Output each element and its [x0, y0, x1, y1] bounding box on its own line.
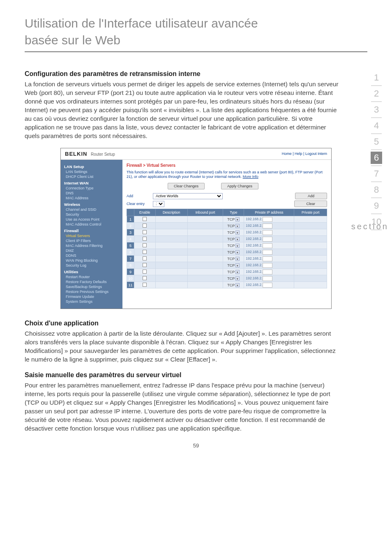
section-nav-2[interactable]: 2	[368, 88, 385, 99]
enable-checkbox[interactable]	[143, 270, 147, 274]
section-nav-4[interactable]: 4	[368, 120, 385, 131]
apply-changes-button[interactable]: Apply Changes	[221, 183, 258, 189]
sidebar-item[interactable]: Channel and SSID	[66, 207, 119, 212]
private-port-input[interactable]	[294, 236, 327, 242]
sidebar-item[interactable]: Restart Router	[66, 275, 119, 279]
sidebar-item[interactable]: DHCP Client List	[66, 175, 119, 179]
ip-suffix-input[interactable]	[263, 283, 272, 288]
private-port-input[interactable]	[294, 269, 327, 275]
private-port-input[interactable]	[294, 242, 327, 249]
ip-suffix-input[interactable]	[263, 217, 272, 222]
ip-suffix-input[interactable]	[263, 270, 272, 274]
section-nav-6[interactable]: 6	[371, 152, 382, 164]
section-nav-7[interactable]: 7	[368, 168, 385, 179]
chevron-down-icon[interactable]: ▾	[235, 263, 240, 267]
enable-checkbox[interactable]	[143, 243, 147, 247]
ip-suffix-input[interactable]	[263, 237, 272, 242]
section-nav-3[interactable]: 3	[368, 104, 385, 115]
inbound-port-input[interactable]	[187, 242, 223, 249]
sidebar-item[interactable]: DDNS	[66, 253, 119, 258]
sidebar-item[interactable]: DNS	[66, 191, 119, 195]
ip-suffix-input[interactable]	[263, 224, 272, 228]
private-port-input[interactable]	[294, 262, 327, 269]
sidebar-item[interactable]: MAC Address Filtering	[66, 244, 119, 248]
section-nav-8[interactable]: 8	[368, 184, 385, 195]
private-port-input[interactable]	[294, 229, 327, 236]
description-input[interactable]	[155, 216, 187, 223]
enable-checkbox[interactable]	[143, 276, 147, 280]
chevron-down-icon[interactable]: ▾	[235, 244, 240, 248]
enable-checkbox[interactable]	[143, 224, 147, 228]
clear-entry-select[interactable]: 1	[153, 201, 164, 207]
description-input[interactable]	[155, 256, 187, 262]
description-input[interactable]	[155, 262, 187, 269]
chevron-down-icon[interactable]: ▾	[235, 277, 240, 281]
private-port-input[interactable]	[294, 223, 327, 229]
inbound-port-input[interactable]	[187, 223, 223, 229]
enable-checkbox[interactable]	[143, 283, 147, 287]
add-button[interactable]: Add	[295, 193, 327, 199]
sidebar-item[interactable]: Firmware Update	[66, 295, 119, 299]
sidebar-item[interactable]: Use as Access Point	[66, 217, 119, 221]
enable-checkbox[interactable]	[143, 230, 147, 234]
sidebar-item[interactable]: Virtual Servers	[66, 234, 119, 238]
sidebar-item[interactable]: MAC Address Control	[66, 222, 119, 226]
enable-checkbox[interactable]	[143, 250, 147, 254]
chevron-down-icon[interactable]: ▾	[235, 257, 240, 261]
sidebar-item[interactable]: Client IP Filters	[66, 239, 119, 243]
private-port-input[interactable]	[294, 216, 327, 223]
description-input[interactable]	[155, 249, 187, 256]
chevron-down-icon[interactable]: ▾	[235, 237, 240, 241]
inbound-port-input[interactable]	[187, 249, 223, 256]
enable-checkbox[interactable]	[143, 237, 147, 241]
chevron-down-icon[interactable]: ▾	[235, 230, 240, 235]
inbound-port-input[interactable]	[187, 236, 223, 242]
section-nav-1[interactable]: 1	[368, 72, 385, 83]
inbound-port-input[interactable]	[187, 256, 223, 262]
chevron-down-icon[interactable]: ▾	[235, 224, 240, 228]
enable-checkbox[interactable]	[143, 217, 147, 221]
chevron-down-icon[interactable]: ▾	[235, 250, 240, 254]
ip-suffix-input[interactable]	[263, 243, 272, 248]
description-input[interactable]	[155, 236, 187, 242]
add-select[interactable]: Active Worlds	[153, 193, 223, 199]
ip-suffix-input[interactable]	[263, 256, 272, 261]
description-input[interactable]	[155, 223, 187, 229]
inbound-port-input[interactable]	[187, 262, 223, 269]
description-input[interactable]	[155, 242, 187, 249]
inbound-port-input[interactable]	[187, 275, 223, 282]
description-input[interactable]	[155, 229, 187, 236]
more-info-link[interactable]: More Info	[243, 175, 258, 179]
section-nav-9[interactable]: 9	[368, 200, 385, 211]
sidebar-item[interactable]: Restore Factory Defaults	[66, 280, 119, 284]
clear-button[interactable]: Clear	[294, 200, 327, 207]
top-links[interactable]: Home | Help | Logout Intern	[282, 152, 327, 156]
section-nav-5[interactable]: 5	[368, 136, 385, 147]
inbound-port-input[interactable]	[187, 282, 223, 288]
enable-checkbox[interactable]	[143, 263, 147, 267]
sidebar-item[interactable]: Security Log	[66, 263, 119, 267]
description-input[interactable]	[155, 275, 187, 282]
ip-suffix-input[interactable]	[263, 230, 272, 235]
sidebar-item[interactable]: Save/Backup Settings	[66, 285, 119, 289]
chevron-down-icon[interactable]: ▾	[235, 217, 240, 221]
description-input[interactable]	[155, 269, 187, 275]
ip-suffix-input[interactable]	[263, 276, 272, 281]
private-port-input[interactable]	[294, 249, 327, 256]
inbound-port-input[interactable]	[187, 229, 223, 236]
sidebar-item[interactable]: Connection Type	[66, 186, 119, 190]
ip-suffix-input[interactable]	[263, 250, 272, 255]
private-port-input[interactable]	[294, 256, 327, 262]
sidebar-item[interactable]: DMZ	[66, 249, 119, 253]
ip-suffix-input[interactable]	[263, 263, 272, 268]
clear-changes-button[interactable]: Clear Changes	[168, 183, 205, 189]
inbound-port-input[interactable]	[187, 269, 223, 275]
sidebar-item[interactable]: MAC Address	[66, 196, 119, 200]
private-port-input[interactable]	[294, 282, 327, 288]
chevron-down-icon[interactable]: ▾	[235, 270, 240, 274]
chevron-down-icon[interactable]: ▾	[235, 283, 240, 287]
inbound-port-input[interactable]	[187, 216, 223, 223]
sidebar-item[interactable]: Restore Previous Settings	[66, 290, 119, 294]
enable-checkbox[interactable]	[143, 256, 147, 260]
sidebar-item[interactable]: LAN Settings	[66, 170, 119, 174]
